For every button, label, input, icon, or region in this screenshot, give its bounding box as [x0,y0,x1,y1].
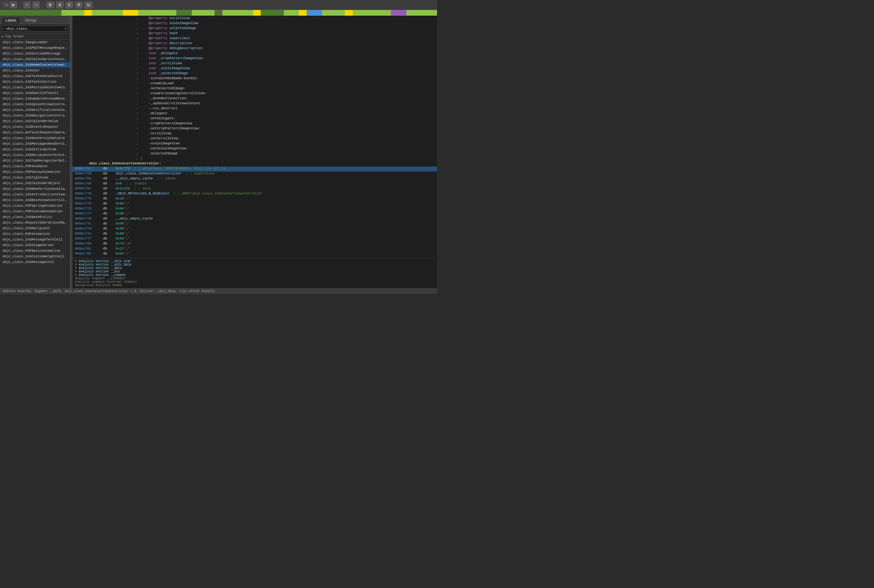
code-addr: 000ec781 [75,247,103,250]
log-line: Background analysis ended [75,284,434,287]
list-item[interactable]: objc_class_IASMessageCell [0,259,70,265]
code-comment: ; ivar _cropPatternImageView [75,56,202,60]
list-item[interactable]: objc_class_ImageLoader [0,39,70,45]
code-addr: 000ec778 [75,217,103,220]
code-operand-str: ';' [124,232,130,236]
tab-strings[interactable]: Strings [21,17,40,24]
code-addr: 000ec77f [75,237,103,240]
list-item[interactable]: objc_class_POPAnimator [0,164,70,169]
code-comment: ; -setSelectedImage: [75,86,186,90]
code-comment: ; -.cxx_destruct [75,106,178,110]
list-item[interactable]: objc_class_IASCustomHeightCell [0,254,70,259]
forward-button[interactable]: ▶ [10,2,17,9]
list-item[interactable]: objc_class_IASSplashViewController [0,102,70,107]
btn-c[interactable]: C [66,2,73,9]
list-item[interactable]: objc_class_IASRecipientsTextView [0,152,70,158]
code-line: ; @property hash [72,31,437,36]
code-line: 000ec77c db 0x00 ';' [72,222,437,226]
code-comment: ; @property scaleImageView [75,21,198,25]
list-item[interactable]: objc_class_IASBaseEntity [0,214,70,220]
code-comment: ; -setScaleImageView: [75,147,188,150]
code-addr: 000ec77d [75,226,103,231]
code-mnemonic: db [103,202,116,206]
list-item[interactable]: objc_class_IASStageServer [0,242,70,248]
list-item[interactable]: objc_class_POPCustomAnimation [0,208,70,214]
list-item[interactable]: objc_class_POPSpringAnimation [0,203,70,208]
code-addr: 000ec780 [75,242,103,246]
clear-search-button[interactable]: ✕ [65,27,67,31]
list-item[interactable]: objc_class_IASEventsRequest [0,124,70,130]
label-list: objc_class_ImageLoaderobjc_class_IASPOST… [0,39,70,288]
code-line: ; -_doneButtonAction: [72,96,437,102]
code-line: 000ec770 dd _OBJC_METACLASS_$_NSObject ;… [72,192,437,196]
code-operand: 0x00 [116,237,124,240]
code-mnemonic: db [103,247,116,250]
list-item[interactable]: objc_class_IASMessageTextCell [0,237,70,242]
list-item[interactable]: objc_class_IASTasksSection [0,79,70,84]
list-item[interactable]: objc_class_IASOutcomeMessage [0,51,70,56]
search-box: ⌕ ✕ [2,26,69,32]
code-line: ; ivar _scrollView [72,62,437,66]
list-item[interactable]: objc_class_IASEmailInfoCell [0,90,70,96]
btn-p[interactable]: P [75,2,83,9]
list-item[interactable]: objc_class_IASTasksDataSource [0,73,70,79]
list-item[interactable]: objc_class_IASMessagesHeaderView [0,141,70,147]
code-operand: __objc_empty_cache [116,217,153,220]
list-item[interactable]: objc_class_CGICalendarObject [0,180,70,186]
code-operand-str: ';x' [124,242,132,246]
code-comment: ; ; data [134,187,151,190]
list-item[interactable]: objc_class_POPDecayAnimation [0,169,70,175]
tag-scope-label: Tag Scope [5,34,23,38]
code-line: 000ec76c dd 0xe1328 ; ; data [72,187,437,192]
code-addr: 000ec776 [75,207,103,210]
code-line: ; -setDelegate: [72,117,437,122]
list-item[interactable]: objc_class_IASMustUpdateViewController [0,84,70,90]
code-line: 000ec760 dd objc_class_IASBaseViewContro… [72,172,437,177]
list-item[interactable]: objc_class_DefaultRequestOperationsManag… [0,130,70,135]
search-input[interactable] [6,27,64,31]
redo-button[interactable]: ↪ [33,2,40,9]
list-item[interactable]: objc_class_RequestOperationsManager [0,220,70,225]
list-item[interactable]: objc_class_IASPOSTMessageRequest [0,45,70,51]
undo-button[interactable]: ↩ [24,2,31,9]
code-line: objc_class_IASAvatarViewController: [72,162,437,166]
log-area: > analysis section __objc_ivar> analysis… [72,258,437,288]
list-item[interactable]: objc_class_IASNewVersionWizard [0,135,70,141]
list-item[interactable]: objc_class_POPBasicAnimation [0,248,70,254]
status-bar: Address 0xec75c, Segment __DATA, objc_cl… [0,288,437,294]
code-view[interactable]: 000ec75b db 0x00 ';';; @class IASAvatarV… [72,16,437,258]
code-comment: ; ivar _delegate [75,51,178,55]
btn-u[interactable]: U [84,2,92,9]
code-comment: ; ivar _scrollView [75,62,182,65]
list-item[interactable]: objc_class_IASNavigationController [0,113,70,118]
list-item[interactable]: objc_class_CGICalendarValue [0,118,70,124]
code-line: ; -scrollView [72,132,437,136]
list-item[interactable]: objc_class_IASBaseViewController [0,197,70,203]
code-mnemonic: dd [103,192,116,195]
code-line: ; -setSelectedImage: [72,86,437,92]
code-comment: ; @property scrollView [75,16,190,20]
list-item[interactable]: objc_class_IASNewVersionAvailableViewCon… [0,186,70,192]
tab-labels[interactable]: Labels [1,17,20,24]
list-item[interactable]: objc_class_CGICalendarContentLine [0,56,70,62]
list-item[interactable]: objc_class_IASTapRecognizerDelegate [0,158,70,164]
list-item[interactable]: objc_class_IASSettingsItem [0,147,70,152]
list-item[interactable]: objc_class_IASUpdateUnreadMessagesCount [0,96,70,102]
code-mnemonic: dd [103,217,116,220]
color-minimap-bar [0,10,437,16]
btn-a[interactable]: A [56,2,64,9]
code-mnemonic: db [103,207,116,210]
back-button[interactable]: ◀ [3,2,9,9]
tag-scope-row[interactable]: ▶ Tag Scope [0,33,70,39]
list-item[interactable]: objc_class_POPAnimation [0,231,70,237]
list-item[interactable]: objc_class_IASNotificationsViewControlle… [0,107,70,113]
code-operand: 0x00 [116,232,124,236]
list-item[interactable]: objc_class_IASUser [0,68,70,73]
code-comment: ; ; metaclass, XREF=0xd0854, objc_cls_re… [134,166,225,170]
list-item[interactable]: objc_class_IASHomeContentViewController [0,62,70,68]
list-item[interactable]: objc_class_IASIntroductionViewController [0,192,70,197]
list-item[interactable]: objc_class_IASRecipient [0,225,70,231]
code-line: ; } [72,156,437,162]
btn-d[interactable]: D [47,2,54,9]
list-item[interactable]: objc_class_IASTipsView [0,175,70,180]
